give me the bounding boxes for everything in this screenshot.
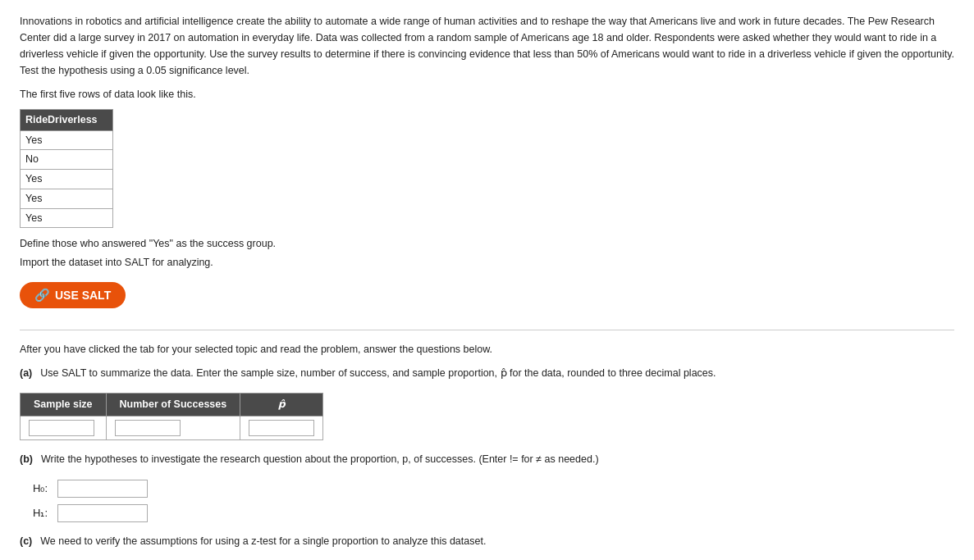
data-table: RideDriverless YesNoYesYesYes bbox=[20, 109, 113, 229]
part-a-block: (a) Use SALT to summarize the data. Ente… bbox=[20, 366, 954, 441]
summary-table: Sample size Number of Successes p̂ bbox=[20, 393, 323, 440]
data-table-cell: No bbox=[21, 150, 113, 170]
successes-input[interactable] bbox=[115, 420, 181, 436]
summary-cell-successes bbox=[106, 417, 240, 440]
h0-row: H₀: bbox=[33, 480, 954, 498]
after-click-text: After you have clicked the tab for your … bbox=[20, 342, 954, 357]
part-b-label: (b) bbox=[20, 452, 33, 467]
define-text: Define those who answered "Yes" as the s… bbox=[20, 236, 954, 252]
intro-paragraph: Innovations in robotics and artificial i… bbox=[20, 13, 954, 79]
part-b-block: (b) Write the hypotheses to investigate … bbox=[20, 452, 954, 522]
part-c-text1: We need to verify the assumptions for us… bbox=[40, 534, 486, 549]
sample-size-input[interactable] bbox=[29, 420, 94, 436]
data-table-cell: Yes bbox=[21, 130, 113, 150]
use-salt-button[interactable]: 🔗 USE SALT bbox=[20, 282, 126, 308]
salt-link-icon: 🔗 bbox=[34, 288, 50, 303]
part-a-text: Use SALT to summarize the data. Enter th… bbox=[40, 366, 716, 381]
part-a-label: (a) bbox=[20, 366, 32, 381]
data-table-cell: Yes bbox=[21, 170, 113, 189]
import-text: Import the dataset into SALT for analyzi… bbox=[20, 255, 954, 271]
h1-row: H₁: bbox=[33, 504, 954, 522]
h0-label: H₀: bbox=[33, 480, 53, 497]
part-b-question-row: (b) Write the hypotheses to investigate … bbox=[20, 452, 954, 471]
data-table-header: RideDriverless bbox=[21, 109, 113, 130]
data-table-cell: Yes bbox=[21, 208, 113, 228]
salt-button-label: USE SALT bbox=[55, 289, 111, 302]
data-table-cell: Yes bbox=[21, 189, 113, 208]
part-b-text: Write the hypotheses to investigate the … bbox=[41, 452, 599, 467]
summary-header-phat: p̂ bbox=[240, 394, 323, 417]
part-a-question-row: (a) Use SALT to summarize the data. Ente… bbox=[20, 366, 954, 385]
part-c-question-row: (c) We need to verify the assumptions fo… bbox=[20, 534, 954, 553]
section-divider bbox=[20, 330, 954, 330]
summary-cell-phat bbox=[240, 417, 323, 440]
phat-input[interactable] bbox=[249, 420, 314, 436]
summary-header-successes: Number of Successes bbox=[106, 394, 240, 417]
part-c-label: (c) bbox=[20, 534, 32, 549]
h1-label: H₁: bbox=[33, 505, 53, 521]
summary-cell-sample-size bbox=[21, 417, 107, 440]
summary-header-sample-size: Sample size bbox=[21, 394, 107, 417]
h0-input[interactable] bbox=[57, 480, 148, 498]
part-c-block: (c) We need to verify the assumptions fo… bbox=[20, 534, 954, 560]
first-rows-text: The first five rows of data look like th… bbox=[20, 87, 954, 102]
h1-input[interactable] bbox=[57, 504, 148, 522]
